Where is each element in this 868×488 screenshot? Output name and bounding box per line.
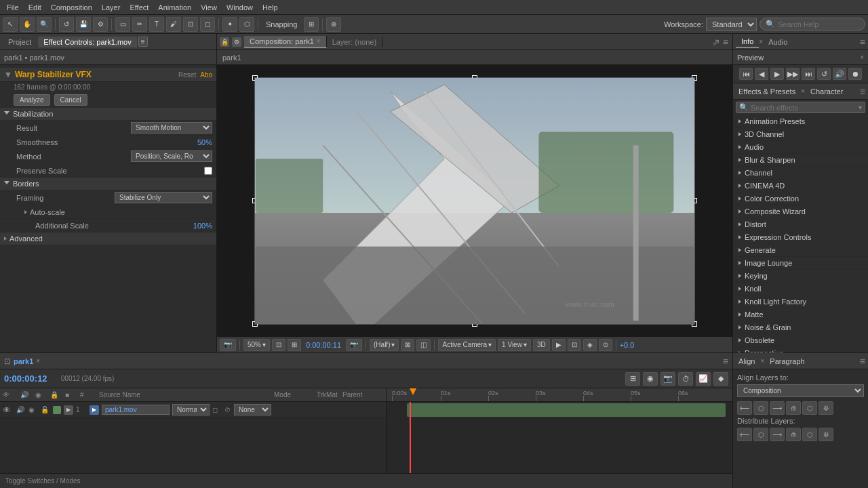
tool-pen[interactable]: ✏ <box>132 17 147 32</box>
vt-pixel-info[interactable]: ⊙ <box>599 339 612 351</box>
prev-audio[interactable]: 🔊 <box>833 68 846 80</box>
tool-rect[interactable]: ▭ <box>115 17 130 32</box>
search-box[interactable]: 🔍 <box>760 18 865 30</box>
effects-cat-3d-channel[interactable]: 3D Channel <box>733 128 868 141</box>
method-dropdown[interactable]: Position, Scale, Ro Position Position, S… <box>131 150 212 162</box>
align-bottom[interactable]: ⟱ <box>818 401 833 415</box>
layer-color-swatch[interactable] <box>53 406 61 414</box>
vt-channels[interactable]: ⊠ <box>401 339 414 351</box>
effects-cat-obsolete[interactable]: Obsolete <box>733 334 868 347</box>
distribute-bottom[interactable]: ⟱ <box>818 428 833 441</box>
info-panel-menu[interactable]: ≡ <box>860 37 865 47</box>
comp-expand-icon[interactable]: ⇗ <box>712 37 720 47</box>
tool-puppet[interactable]: ✦ <box>222 17 237 32</box>
distribute-right[interactable]: ⟶ <box>770 428 785 441</box>
vt-views-select[interactable]: 1 View ▾ <box>498 339 531 351</box>
effects-cat-knoll-light[interactable]: Knoll Light Factory <box>733 296 868 308</box>
prev-to-start[interactable]: ⏮ <box>739 68 753 80</box>
effects-cat-keying[interactable]: Keying <box>733 270 868 283</box>
align-center-h[interactable]: ⬡ <box>753 401 768 415</box>
layer-expand-toggle[interactable]: ▶ <box>64 405 73 415</box>
tool-hand[interactable]: ✋ <box>20 17 35 32</box>
effects-cat-audio[interactable]: Audio <box>733 141 868 154</box>
tl-camera-btn[interactable]: 📷 <box>660 372 675 386</box>
align-to-select[interactable]: Composition Selection <box>737 384 864 397</box>
tab-info[interactable]: Info <box>736 36 759 48</box>
tl-stopwatch[interactable]: ⏱ <box>678 372 693 386</box>
align-left[interactable]: ⟵ <box>737 401 752 415</box>
prev-forward-frame[interactable]: ▶▶ <box>786 68 800 80</box>
effects-cat-expression[interactable]: Expression Controls <box>733 231 868 244</box>
cancel-btn[interactable]: Cancel <box>54 94 87 106</box>
framing-dropdown[interactable]: Stabilize Only Stabilize, Crop Stabilize… <box>115 192 212 203</box>
tool-select[interactable]: ↖ <box>3 17 18 32</box>
effects-cat-matte[interactable]: Matte <box>733 308 868 321</box>
layer-mode-select[interactable]: Normal <box>172 404 210 415</box>
layer-track-bar[interactable] <box>407 403 726 417</box>
tool-brush[interactable]: 🖌 <box>166 17 181 32</box>
effects-cat-perspective[interactable]: Perspective <box>733 347 868 352</box>
timeline-tab-close[interactable]: × <box>36 357 40 365</box>
effects-cat-knoll[interactable]: Knoll <box>733 283 868 296</box>
effects-cat-composite[interactable]: Composite Wizard <box>733 205 868 218</box>
vt-fit[interactable]: ⊡ <box>272 339 285 351</box>
menu-view[interactable]: View <box>197 2 221 13</box>
prev-back-frame[interactable]: ◀ <box>755 68 768 80</box>
align-panel-menu[interactable]: ≡ <box>860 356 865 367</box>
timeline-expand-icon[interactable]: ⊡ <box>4 357 11 366</box>
layer-solo-toggle[interactable]: ◉ <box>28 406 38 413</box>
vt-show-render[interactable]: ◫ <box>416 339 431 351</box>
analyze-btn[interactable]: Analyze <box>14 94 50 106</box>
menu-animation[interactable]: Animation <box>154 2 195 13</box>
additional-scale-value[interactable]: 100% <box>193 222 212 230</box>
panel-menu[interactable]: ≡ <box>138 37 148 47</box>
timeline-panel-menu[interactable]: ≡ <box>723 356 728 367</box>
timeline-current-time[interactable]: 0:00:00:12 <box>4 373 58 384</box>
effects-cat-color-correction[interactable]: Color Correction <box>733 192 868 205</box>
tl-render-queue[interactable]: ⊞ <box>625 372 640 386</box>
section-borders[interactable]: Borders <box>0 178 216 190</box>
effects-cat-cinema4d[interactable]: CINEMA 4D <box>733 180 868 192</box>
preview-close[interactable]: × <box>860 54 864 61</box>
toggle-switches-modes[interactable]: Toggle Switches / Modes <box>5 477 81 485</box>
layer-visibility-toggle[interactable]: 👁 <box>3 405 14 415</box>
vt-show-3d[interactable]: 3D <box>533 339 550 351</box>
comp-tab-close[interactable]: × <box>317 37 321 45</box>
effect-abo-btn[interactable]: Abo <box>200 71 212 79</box>
effects-cat-channel[interactable]: Channel <box>733 167 868 180</box>
tool-snap-toggle[interactable]: ⊞ <box>304 17 319 32</box>
tl-add-marker[interactable]: ◆ <box>713 372 728 386</box>
prev-record[interactable]: ⏺ <box>848 68 862 80</box>
menu-composition[interactable]: Composition <box>47 2 96 13</box>
section-advanced[interactable]: Advanced <box>0 232 216 245</box>
tab-layer[interactable]: Layer: (none) <box>327 37 382 47</box>
effects-cat-generate[interactable]: Generate <box>733 244 868 257</box>
menu-layer[interactable]: Layer <box>98 2 125 13</box>
timeline-track-area[interactable] <box>387 402 732 473</box>
smoothness-value[interactable]: 50% <box>158 138 212 146</box>
effects-cat-animation-presets[interactable]: Animation Presets <box>733 115 868 128</box>
tool-zoom[interactable]: 🔍 <box>37 17 52 32</box>
comp-settings-icon[interactable]: ⚙ <box>232 37 241 47</box>
effects-search-dropdown[interactable]: ▾ <box>859 104 862 111</box>
vt-render[interactable]: ▶ <box>552 339 566 351</box>
distribute-center-h[interactable]: ⬡ <box>753 428 768 441</box>
tab-align[interactable]: Align <box>736 356 757 367</box>
distribute-top[interactable]: ⟰ <box>786 428 801 441</box>
align-right[interactable]: ⟶ <box>770 401 785 415</box>
prev-loop[interactable]: ↺ <box>817 68 831 80</box>
result-dropdown[interactable]: Smooth Motion No Motion <box>131 122 212 134</box>
tool-text[interactable]: T <box>149 17 164 32</box>
menu-help[interactable]: Help <box>258 2 282 13</box>
tool-stamp[interactable]: ⊡ <box>183 17 198 32</box>
tab-character[interactable]: Character <box>808 86 846 97</box>
search-input[interactable] <box>778 20 859 28</box>
tool-save[interactable]: 💾 <box>76 17 91 32</box>
distribute-left[interactable]: ⟵ <box>737 428 752 441</box>
vt-quality-select[interactable]: (Half) ▾ <box>370 339 399 351</box>
effects-cat-image-lounge[interactable]: Image Lounge <box>733 257 868 270</box>
prev-to-end[interactable]: ⏭ <box>802 68 815 80</box>
layer-audio-toggle[interactable]: 🔊 <box>16 406 26 413</box>
effects-tab-close[interactable]: × <box>801 87 805 95</box>
tool-eraser[interactable]: ◻ <box>200 17 215 32</box>
